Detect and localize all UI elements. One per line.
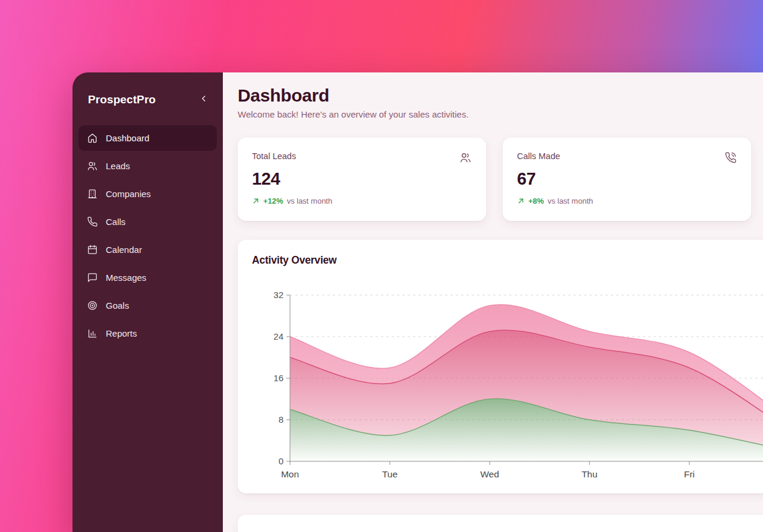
page-content: Dashboard Welcome back! Here's an overvi… (238, 86, 763, 532)
svg-text:8: 8 (279, 414, 283, 425)
arrow-up-right-icon (252, 197, 260, 205)
main-content: Dashboard Welcome back! Here's an overvi… (223, 72, 763, 532)
stat-card-calls-made: Calls Made67+8%vs last month (503, 138, 751, 221)
stat-delta: +12%vs last month (252, 197, 472, 205)
stat-card-header: Total Leads (252, 151, 472, 164)
delta-value: +8% (528, 197, 544, 205)
delta-value: +12% (263, 197, 283, 205)
target-icon (87, 300, 98, 311)
svg-text:Mon: Mon (281, 469, 299, 479)
svg-text:Wed: Wed (480, 469, 499, 479)
svg-text:24: 24 (273, 331, 283, 341)
sidebar-item-label: Reports (106, 328, 137, 338)
sidebar-collapse-button[interactable] (197, 91, 211, 107)
activity-overview-chart: 08162432MonTueWedThuFriSat (252, 288, 763, 479)
stat-card-total-leads: Total Leads124+12%vs last month (238, 138, 486, 221)
sidebar-item-label: Companies (106, 189, 151, 199)
stat-card-header: Calls Made (517, 151, 737, 164)
sidebar-nav: DashboardLeadsCompaniesCallsCalendarMess… (78, 125, 217, 346)
svg-text:0: 0 (279, 456, 283, 466)
sidebar-item-reports[interactable]: Reports (78, 321, 217, 346)
sidebar-item-messages[interactable]: Messages (78, 265, 217, 290)
sidebar-item-label: Calls (106, 217, 125, 227)
sidebar-item-label: Goals (106, 300, 129, 311)
stat-cards-row: Total Leads124+12%vs last monthCalls Mad… (238, 138, 763, 221)
stat-label: Calls Made (517, 151, 560, 161)
page-title: Dashboard (238, 86, 763, 106)
users-icon (87, 160, 98, 172)
sidebar: ProspectPro DashboardLeadsCompaniesCalls… (72, 72, 223, 532)
svg-text:Fri: Fri (684, 469, 695, 479)
sidebar-item-goals[interactable]: Goals (78, 293, 217, 318)
sidebar-item-label: Calendar (106, 245, 142, 255)
svg-text:Thu: Thu (582, 469, 598, 479)
app-window: ProspectPro DashboardLeadsCompaniesCalls… (72, 72, 763, 532)
chart-container: 08162432MonTueWedThuFriSat (252, 288, 763, 482)
arrow-up-right-icon (517, 197, 525, 205)
sidebar-header: ProspectPro (78, 84, 217, 115)
home-icon (87, 132, 98, 144)
activity-overview-title: Activity Overview (252, 254, 763, 267)
building-icon (87, 188, 98, 200)
sidebar-item-label: Messages (106, 273, 146, 283)
stat-value: 124 (252, 169, 472, 189)
sidebar-item-leads[interactable]: Leads (78, 153, 217, 179)
stat-value: 67 (517, 169, 737, 189)
message-square-icon (87, 272, 98, 283)
sidebar-item-dashboard[interactable]: Dashboard (78, 125, 217, 151)
sidebar-item-calls[interactable]: Calls (78, 209, 217, 235)
sidebar-item-companies[interactable]: Companies (78, 181, 217, 207)
phone-call-icon (724, 151, 737, 164)
stat-delta: +8%vs last month (517, 197, 737, 205)
activity-overview-card: Activity Overview 08162432MonTueWedThuFr… (238, 240, 763, 493)
bar-chart-icon (87, 328, 98, 339)
partially-visible-card (238, 515, 763, 532)
sidebar-item-label: Leads (106, 161, 130, 171)
delta-caption: vs last month (287, 197, 333, 205)
delta-caption: vs last month (547, 197, 593, 205)
svg-text:16: 16 (273, 373, 283, 383)
users-icon (459, 151, 472, 164)
chevron-left-icon (199, 94, 209, 105)
calendar-icon (87, 244, 98, 255)
page-subtitle: Welcome back! Here's an overview of your… (238, 109, 763, 119)
svg-text:Tue: Tue (382, 469, 398, 479)
stat-label: Total Leads (252, 151, 296, 161)
svg-text:32: 32 (273, 290, 283, 300)
sidebar-item-calendar[interactable]: Calendar (78, 237, 217, 262)
app-brand: ProspectPro (88, 93, 156, 106)
sidebar-item-label: Dashboard (106, 133, 149, 143)
phone-icon (87, 216, 98, 227)
